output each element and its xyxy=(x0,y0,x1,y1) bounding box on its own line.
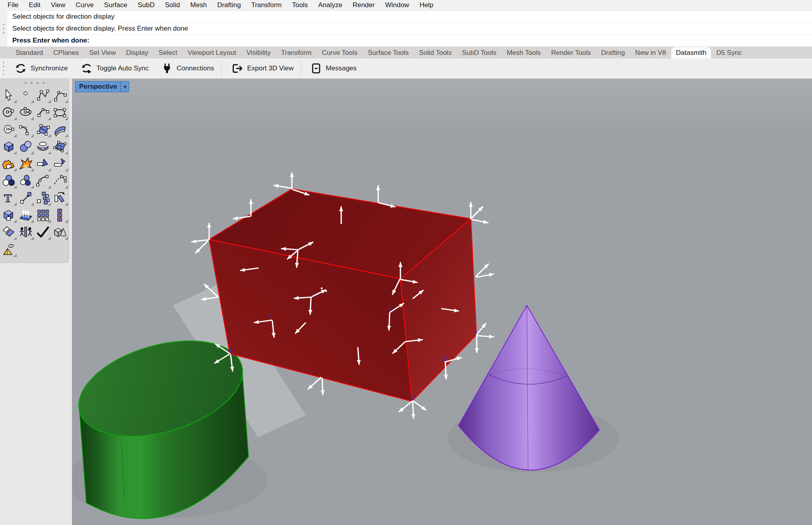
tab-solid-tools[interactable]: Solid Tools xyxy=(414,47,457,58)
tool-check[interactable] xyxy=(35,224,52,241)
tool-trim[interactable] xyxy=(35,155,52,172)
tool-arc[interactable] xyxy=(35,104,52,121)
tool-boolean-union[interactable] xyxy=(0,172,17,189)
toolbar-separator xyxy=(221,60,221,77)
viewport-title-label[interactable]: Perspective xyxy=(76,82,120,92)
tool-fillet-curves[interactable] xyxy=(35,172,52,189)
sidebar-drag-handle[interactable] xyxy=(0,79,69,87)
command-area-drag-handle[interactable] xyxy=(0,11,7,47)
tab-mesh-tools[interactable]: Mesh Tools xyxy=(501,47,546,58)
tool-interpolate-curve[interactable] xyxy=(52,87,69,104)
tool-boolean-difference[interactable] xyxy=(17,172,35,189)
tool-circle[interactable] xyxy=(0,104,17,121)
menu-view[interactable]: View xyxy=(46,0,71,10)
tab-visibility[interactable]: Visibility xyxy=(241,47,276,58)
tool-rectangular-array[interactable] xyxy=(35,206,52,224)
tool-extend-curve[interactable] xyxy=(52,172,69,189)
tool-explode[interactable] xyxy=(17,155,35,172)
menu-solid[interactable]: Solid xyxy=(160,0,185,10)
tab-surface-tools[interactable]: Surface Tools xyxy=(363,47,414,58)
tab-set-view[interactable]: Set View xyxy=(84,47,121,58)
menu-window[interactable]: Window xyxy=(380,0,414,10)
tab-subd-tools[interactable]: SubD Tools xyxy=(457,47,502,58)
menu-tools[interactable]: Tools xyxy=(287,0,313,10)
menu-file[interactable]: File xyxy=(2,0,23,10)
sidebar-toolbox: T xyxy=(0,79,72,525)
tool-ellipse[interactable] xyxy=(17,104,35,121)
viewport-title[interactable]: Perspective ▼ xyxy=(75,81,129,92)
tool-rectangle[interactable] xyxy=(52,104,69,121)
tool-plugins[interactable] xyxy=(0,155,17,172)
menu-surface[interactable]: Surface xyxy=(99,0,133,10)
tool-fillet-corner[interactable] xyxy=(17,121,35,138)
command-prompt[interactable]: Press Enter when done: xyxy=(7,35,812,46)
tool-offset-surface[interactable] xyxy=(0,224,17,241)
tool-surface-grid[interactable] xyxy=(52,138,69,155)
tab-new-in-v8[interactable]: New in V8 xyxy=(630,47,671,58)
tool-extrude-surface[interactable] xyxy=(17,206,35,224)
tool-direction-analysis[interactable] xyxy=(17,224,35,241)
synchronize-button[interactable]: Synchronize xyxy=(10,60,73,77)
menu-edit[interactable]: Edit xyxy=(23,0,45,10)
menu-curve[interactable]: Curve xyxy=(70,0,99,10)
tool-torus[interactable] xyxy=(35,138,52,155)
sidebar-panel: T xyxy=(0,79,69,263)
svg-text:T: T xyxy=(4,192,12,204)
perspective-viewport[interactable]: Perspective ▼ xyxy=(72,79,812,525)
command-area: Select objects for direction display Sel… xyxy=(0,11,812,47)
tool-primitives[interactable] xyxy=(52,224,69,241)
tool-sphere[interactable] xyxy=(17,138,35,155)
tab-curve-tools[interactable]: Curve Tools xyxy=(317,47,363,58)
main-area: T Perspective ▼ xyxy=(0,79,812,525)
tool-rotate[interactable] xyxy=(52,189,69,206)
toolbar-drag-handle[interactable] xyxy=(0,58,7,78)
tab-d5-sync[interactable]: D5 Sync xyxy=(711,47,747,58)
menu-mesh[interactable]: Mesh xyxy=(185,0,212,10)
menu-help[interactable]: Help xyxy=(414,0,439,10)
export-icon xyxy=(231,62,243,74)
tool-curved-surface[interactable] xyxy=(52,121,69,138)
tool-paint-pyramid[interactable] xyxy=(0,241,17,258)
tool-polygon[interactable] xyxy=(0,121,17,138)
toggle-auto-sync-label: Toggle Auto Sync xyxy=(97,64,149,72)
tool-point[interactable] xyxy=(17,87,35,104)
tool-surface-3pt[interactable] xyxy=(35,121,52,138)
tool-array[interactable] xyxy=(35,189,52,206)
sync-icon xyxy=(15,62,27,74)
tab-datasmith[interactable]: Datasmith xyxy=(671,47,711,58)
tab-drafting[interactable]: Drafting xyxy=(596,47,630,58)
tool-select[interactable] xyxy=(0,87,17,104)
chevron-down-icon[interactable]: ▼ xyxy=(121,82,129,92)
tool-text[interactable]: T xyxy=(0,189,17,206)
tab-select[interactable]: Select xyxy=(153,47,183,58)
tool-split[interactable] xyxy=(52,155,69,172)
menu-render[interactable]: Render xyxy=(348,0,380,10)
sync-play-icon xyxy=(81,62,93,74)
viewport-scene[interactable] xyxy=(72,79,812,525)
tab-standard[interactable]: Standard xyxy=(10,47,48,58)
menu-analyze[interactable]: Analyze xyxy=(313,0,347,10)
toggle-auto-sync-button[interactable]: Toggle Auto Sync xyxy=(76,60,154,77)
menu-transform[interactable]: Transform xyxy=(246,0,287,10)
tool-solid-union[interactable] xyxy=(0,206,17,224)
connections-button[interactable]: Connections xyxy=(156,60,220,77)
tool-box[interactable] xyxy=(0,138,17,155)
messages-label: Messages xyxy=(326,64,356,72)
export-3d-view-button[interactable]: Export 3D View xyxy=(226,60,299,77)
synchronize-label: Synchronize xyxy=(31,64,68,72)
tab-cplanes[interactable]: CPlanes xyxy=(48,47,84,58)
tab-display[interactable]: Display xyxy=(121,47,153,58)
tab-render-tools[interactable]: Render Tools xyxy=(546,47,596,58)
menu-subd[interactable]: SubD xyxy=(132,0,160,10)
document-icon xyxy=(311,63,322,74)
tab-transform[interactable]: Transform xyxy=(276,47,317,58)
messages-button[interactable]: Messages xyxy=(305,60,361,77)
plug-icon xyxy=(161,63,173,74)
tab-viewport-layout[interactable]: Viewport Layout xyxy=(183,47,241,58)
menu-drafting[interactable]: Drafting xyxy=(212,0,246,10)
datasmith-toolbar: Synchronize Toggle Auto Sync Connections… xyxy=(0,58,812,79)
tool-move[interactable] xyxy=(17,189,35,206)
tool-control-point-curve[interactable] xyxy=(35,87,52,104)
command-history[interactable]: Select objects for direction display Sel… xyxy=(7,11,812,47)
tool-section[interactable] xyxy=(52,206,69,224)
